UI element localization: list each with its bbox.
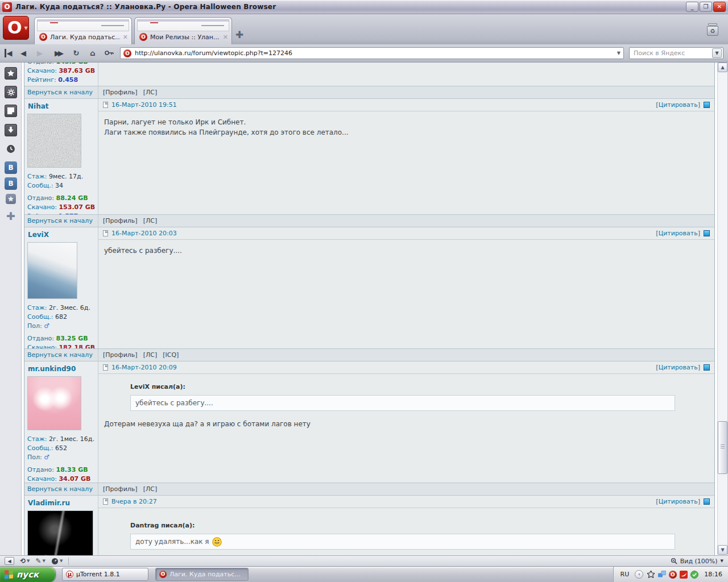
post-select-icon[interactable] bbox=[704, 230, 710, 236]
profile-link[interactable]: [ЛС] bbox=[143, 351, 158, 359]
post-text-line: Парни, лагует не только Ирк и Сибнет. bbox=[104, 117, 708, 127]
address-dropdown-icon[interactable]: ▼ bbox=[617, 51, 621, 56]
back-button[interactable]: ◀ bbox=[18, 49, 29, 57]
tray-update-icon[interactable] bbox=[690, 570, 698, 579]
back-to-top-link[interactable]: Вернуться к началу bbox=[27, 485, 93, 493]
post-date-link[interactable]: 16-Март-2010 20:03 bbox=[111, 230, 177, 237]
post-page-icon bbox=[103, 230, 108, 236]
restore-button[interactable]: ❐ bbox=[700, 2, 712, 12]
post-user-column: Vladimir.ru bbox=[24, 496, 98, 555]
post-text-line: Лаги также появились на Плейграунде, хот… bbox=[104, 127, 708, 138]
tray-opera-icon[interactable]: O bbox=[668, 570, 677, 579]
quote-text: убейтесь с разбегу.... bbox=[130, 395, 675, 411]
page-scrollbar[interactable]: ▲ ▼ bbox=[717, 63, 727, 555]
tray-star-icon[interactable] bbox=[647, 570, 655, 579]
zoom-level-label[interactable]: Вид (100%) bbox=[680, 558, 718, 565]
tray-antivirus-icon[interactable] bbox=[679, 570, 688, 579]
post-body: убейтесь с разбегу.... bbox=[98, 240, 714, 348]
tray-collapse-button[interactable]: ‹ bbox=[635, 570, 643, 579]
tab-thumbnail bbox=[137, 19, 229, 31]
post-date-link[interactable]: 16-Март-2010 19:51 bbox=[111, 101, 177, 109]
post-author-link[interactable]: mr.unkind90 bbox=[28, 365, 96, 373]
post-footer-row: Вернуться к началу [Профиль][ЛС] bbox=[24, 215, 714, 227]
scroll-down-button[interactable]: ▼ bbox=[718, 545, 727, 555]
language-indicator[interactable]: RU bbox=[618, 570, 632, 579]
vkontakte-panel-icon[interactable]: B bbox=[5, 161, 17, 174]
post-select-icon[interactable] bbox=[704, 364, 710, 371]
close-button[interactable]: ✕ bbox=[713, 2, 726, 12]
post-select-icon[interactable] bbox=[704, 498, 710, 505]
browser-tab[interactable]: OЛаги. Куда податьс...✕ bbox=[34, 17, 132, 44]
notes-panel-icon[interactable] bbox=[5, 105, 17, 117]
address-input[interactable]: O http://ulanovka.ru/forum/viewtopic.php… bbox=[120, 47, 624, 59]
fast-forward-button[interactable]: ▶▶ bbox=[51, 49, 65, 57]
start-button[interactable]: пуск bbox=[0, 567, 55, 582]
sync-button[interactable]: ⟲▼ bbox=[20, 557, 30, 565]
post-body: LeviX писал(а):убейтесь с разбегу....Дот… bbox=[98, 374, 714, 483]
back-to-top-link[interactable]: Вернуться к началу bbox=[27, 89, 93, 96]
turbo-button[interactable]: ▼ bbox=[51, 558, 63, 565]
profile-link[interactable]: [ЛС] bbox=[143, 89, 158, 96]
profile-link[interactable]: [ЛС] bbox=[143, 217, 158, 225]
bookmarks-small-panel-icon[interactable] bbox=[6, 194, 16, 204]
window-titlebar[interactable]: O Лаги. Куда податься? :: Улановка.Ру - … bbox=[0, 0, 728, 14]
profile-links: [Профиль][ЛС] bbox=[98, 215, 714, 227]
post-author-link[interactable]: Vladimir.ru bbox=[28, 499, 96, 507]
profile-link[interactable]: [ICQ] bbox=[163, 351, 179, 359]
post-author-link[interactable]: LeviX bbox=[28, 231, 96, 239]
bookmarks-panel-icon[interactable] bbox=[5, 67, 17, 80]
quote-button[interactable]: [Цитировать] bbox=[656, 498, 700, 505]
scrollbar-thumb[interactable] bbox=[718, 421, 727, 474]
quote-block: Dantrag писал(а):доту удалять...как я bbox=[130, 521, 675, 550]
reload-button[interactable]: ↻ bbox=[71, 49, 82, 57]
post-author-link[interactable]: Nihat bbox=[28, 102, 96, 110]
history-panel-icon[interactable] bbox=[5, 143, 17, 155]
post-date-link[interactable]: Вчера в 20:27 bbox=[111, 498, 157, 505]
scroll-up-button[interactable]: ▲ bbox=[718, 63, 727, 72]
vkontakte-panel-icon-2[interactable]: B bbox=[5, 177, 17, 190]
forward-button[interactable]: ▶ bbox=[34, 49, 46, 57]
post-select-icon[interactable] bbox=[704, 102, 710, 108]
taskbar-task-button[interactable]: µµTorrent 1.8.1 bbox=[62, 568, 148, 581]
zoom-magnifier-icon bbox=[671, 558, 677, 564]
search-input[interactable]: Поиск в Яндекс ▼ bbox=[629, 47, 723, 59]
profile-link[interactable]: [Профиль] bbox=[103, 485, 138, 493]
profile-link[interactable]: [Профиль] bbox=[103, 351, 138, 359]
back-to-top-link[interactable]: Вернуться к началу bbox=[27, 351, 93, 359]
zoom-dropdown-icon[interactable]: ▼ bbox=[721, 559, 723, 563]
profile-link[interactable]: [Профиль] bbox=[103, 89, 138, 96]
widgets-panel-icon[interactable] bbox=[5, 86, 17, 98]
downloads-panel-icon[interactable] bbox=[5, 124, 17, 136]
browser-tab[interactable]: OМои Релизы :: Улан...✕ bbox=[134, 17, 232, 44]
quote-button[interactable]: [Цитировать] bbox=[656, 364, 700, 371]
add-panel-icon[interactable]: ✚ bbox=[5, 210, 17, 222]
profile-link[interactable]: [Профиль] bbox=[103, 217, 138, 225]
home-button[interactable]: ⌂ bbox=[87, 49, 98, 57]
tray-network-icon[interactable] bbox=[657, 570, 666, 579]
tab-title: Мои Релизы :: Улан... bbox=[150, 34, 220, 41]
opera-menu-o: O bbox=[3, 16, 22, 39]
forum-post-row: Vladimir.ru Вчера в 20:27 [Цитировать] D… bbox=[24, 496, 714, 555]
quote-button[interactable]: [Цитировать] bbox=[656, 101, 700, 109]
closed-tabs-trash-icon[interactable]: ♻ bbox=[707, 23, 718, 36]
rewind-button[interactable]: ◀ bbox=[5, 49, 13, 57]
grin-emoticon-icon bbox=[212, 537, 222, 547]
tab-close-icon[interactable]: ✕ bbox=[123, 34, 128, 41]
search-engine-dropdown[interactable]: ▼ bbox=[712, 48, 722, 58]
profile-link[interactable]: [ЛС] bbox=[143, 485, 158, 493]
opera-menu-button[interactable]: O ▼ bbox=[3, 16, 29, 40]
new-tab-button[interactable]: ✚ bbox=[234, 30, 245, 40]
unite-button[interactable]: ✎▼ bbox=[35, 557, 45, 565]
back-to-top-link[interactable]: Вернуться к началу bbox=[27, 217, 93, 225]
key-icon[interactable] bbox=[104, 49, 115, 57]
post-user-column: mr.unkind90 Стаж: 2г. 1мес. 16д.Сообщ.: … bbox=[24, 361, 98, 483]
taskbar-task-button[interactable]: OЛаги. Куда податьс... bbox=[155, 568, 249, 581]
panel-toggle-button[interactable]: ◀ bbox=[5, 557, 14, 565]
tab-close-icon[interactable]: ✕ bbox=[223, 34, 228, 41]
quote-button[interactable]: [Цитировать] bbox=[656, 230, 700, 237]
browser-statusbar: ◀ ⟲▼ ✎▼ ▼ Вид (100%) ▼ bbox=[0, 555, 728, 566]
user-stats: Отдано: 145.5 GBСкачано: 387.63 GBРейтин… bbox=[27, 63, 96, 85]
post-date-link[interactable]: 16-Март-2010 20:09 bbox=[111, 364, 177, 371]
minimize-button[interactable]: _ bbox=[686, 2, 698, 12]
post-message-column: 16-Март-2010 20:09 [Цитировать] LeviX пи… bbox=[98, 361, 714, 483]
